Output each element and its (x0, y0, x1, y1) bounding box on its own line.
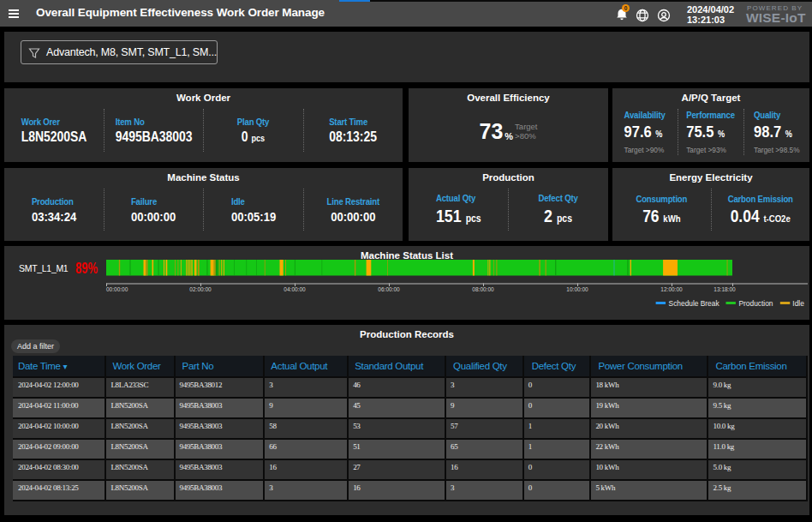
svg-text:00:00:00: 00:00:00 (106, 286, 128, 292)
svg-text:10:00:00: 10:00:00 (566, 286, 588, 292)
svg-text:02:00:00: 02:00:00 (189, 286, 212, 292)
svg-text:12:00:00: 12:00:00 (660, 286, 683, 292)
svg-text:08:00:00: 08:00:00 (472, 286, 494, 292)
svg-text:06:00:00: 06:00:00 (378, 286, 400, 292)
svg-text:13:18:00: 13:18:00 (713, 286, 736, 292)
svg-text:04:00:00: 04:00:00 (284, 286, 306, 292)
